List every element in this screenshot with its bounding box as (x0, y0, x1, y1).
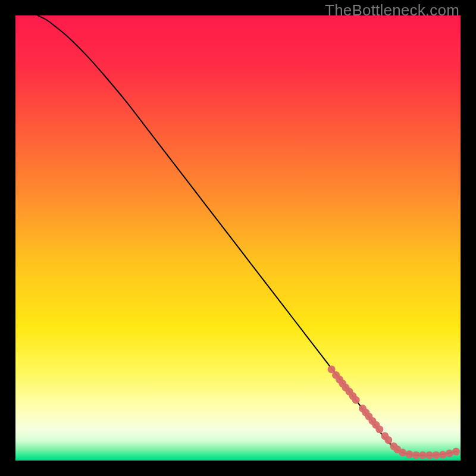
chart-point (419, 452, 427, 459)
chart-point (375, 425, 383, 433)
chart-point (412, 452, 420, 459)
chart-point (399, 449, 406, 456)
chart-point (432, 452, 440, 459)
chart-point (446, 450, 453, 458)
chart-point (452, 448, 460, 456)
chart-plot (15, 15, 461, 461)
chart-background (15, 15, 461, 461)
chart-point (425, 452, 433, 459)
chart-frame (15, 15, 461, 461)
chart-point (405, 450, 413, 458)
chart-point (352, 396, 360, 404)
watermark-text: TheBottleneck.com (325, 1, 459, 20)
chart-point (439, 451, 447, 459)
chart-point (384, 436, 392, 444)
